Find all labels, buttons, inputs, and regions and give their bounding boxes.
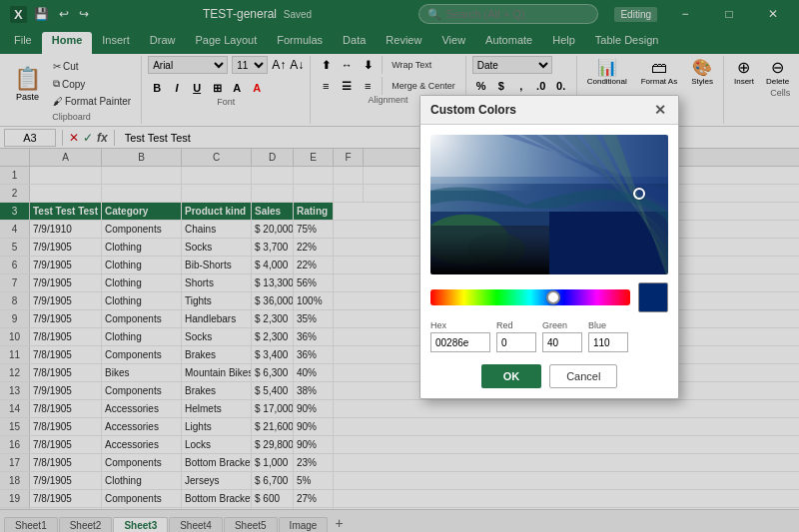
color-picker-canvas[interactable] bbox=[430, 135, 668, 274]
ok-button[interactable]: OK bbox=[481, 364, 542, 388]
dialog-buttons: OK Cancel bbox=[430, 364, 668, 388]
blue-input[interactable] bbox=[588, 332, 628, 352]
cancel-button[interactable]: Cancel bbox=[549, 364, 617, 388]
hex-input[interactable] bbox=[430, 332, 490, 352]
green-field-group: Green bbox=[542, 320, 582, 352]
dialog-title-bar: Custom Colors ✕ bbox=[420, 96, 678, 125]
blue-field-group: Blue bbox=[588, 320, 628, 352]
red-field-group: Red bbox=[496, 320, 536, 352]
dialog-body: Hex Red Green Blue OK Cancel bbox=[420, 125, 678, 398]
hue-slider-thumb bbox=[546, 290, 560, 304]
dialog-title: Custom Colors bbox=[430, 103, 516, 117]
hue-slider-track bbox=[430, 289, 630, 305]
green-input[interactable] bbox=[542, 332, 582, 352]
hue-row bbox=[430, 282, 668, 312]
dialog-overlay bbox=[0, 0, 799, 532]
dialog-close-button[interactable]: ✕ bbox=[652, 102, 668, 118]
red-label: Red bbox=[496, 320, 536, 330]
custom-colors-dialog[interactable]: Custom Colors ✕ Hex Red bbox=[419, 95, 679, 399]
red-input[interactable] bbox=[496, 332, 536, 352]
hex-field-group: Hex bbox=[430, 320, 490, 352]
color-gradient-canvas[interactable] bbox=[430, 135, 668, 274]
hue-slider[interactable] bbox=[430, 289, 630, 305]
blue-label: Blue bbox=[588, 320, 628, 330]
green-label: Green bbox=[542, 320, 582, 330]
color-preview-box bbox=[638, 282, 668, 312]
hex-label: Hex bbox=[430, 320, 490, 330]
color-fields-row: Hex Red Green Blue bbox=[430, 320, 668, 352]
